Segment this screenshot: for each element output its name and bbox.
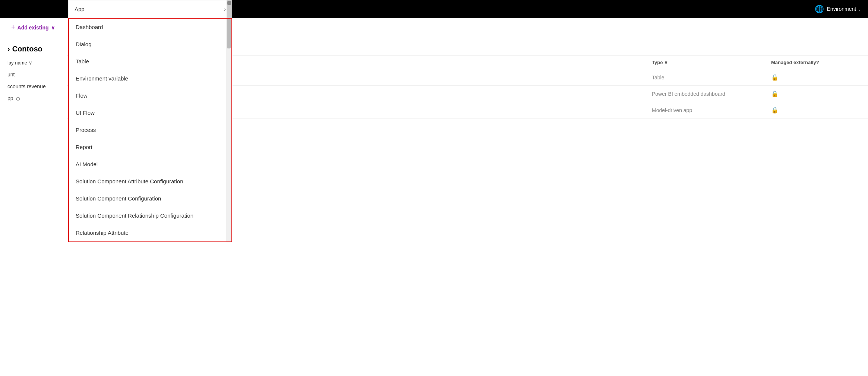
- dropdown-item-report[interactable]: Report: [69, 139, 231, 156]
- type-col-label: Type: [652, 60, 663, 65]
- dropdown-item-label: Dialog: [76, 41, 92, 47]
- app-menu-header[interactable]: App ›: [68, 0, 232, 18]
- contoso-section[interactable]: › Contoso: [0, 41, 67, 57]
- sidebar-item-account[interactable]: unt: [0, 69, 67, 80]
- add-existing-button[interactable]: + Add existing ∨: [7, 21, 59, 34]
- environment-label: Environment: [827, 6, 856, 12]
- dropdown-item-ui-flow[interactable]: UI Flow: [69, 104, 231, 121]
- globe-icon: 🌐: [815, 4, 824, 13]
- dropdown-item-dialog[interactable]: Dialog: [69, 36, 231, 53]
- row-managed: 🔒: [771, 74, 861, 81]
- col-type[interactable]: Type ∨: [652, 60, 771, 65]
- dropdown-item-environment-variable[interactable]: Environment variable: [69, 70, 231, 87]
- dropdown-item-solution-attr-config[interactable]: Solution Component Attribute Configurati…: [69, 173, 231, 190]
- dropdown-item-label: Solution Component Relationship Configur…: [76, 212, 193, 219]
- row-type: Table: [652, 75, 771, 80]
- chevron-down-icon: ∨: [29, 60, 32, 66]
- dropdown-item-solution-config[interactable]: Solution Component Configuration: [69, 190, 231, 207]
- chevron-down-icon: ∨: [51, 25, 55, 31]
- sidebar-item-app[interactable]: pp ⬡: [0, 92, 67, 104]
- dropdown-item-label: UI Flow: [76, 110, 95, 116]
- contoso-chevron-icon: ›: [7, 45, 10, 53]
- col-managed: Managed externally?: [771, 60, 861, 65]
- lock-icon: 🔒: [771, 107, 779, 114]
- managed-col-label: Managed externally?: [771, 60, 819, 65]
- contoso-label-text: Contoso: [12, 45, 42, 53]
- dropdown-item-label: AI Model: [76, 161, 98, 167]
- environment-dot: .: [859, 6, 861, 12]
- dropdown-item-dashboard[interactable]: Dashboard: [69, 19, 231, 36]
- row-type: Power BI embedded dashboard: [652, 91, 771, 97]
- dropdown-item-relationship-attr[interactable]: Relationship Attribute: [69, 224, 231, 241]
- sidebar-item-label: pp: [7, 95, 13, 101]
- dropdown-item-label: Relationship Attribute: [76, 230, 129, 236]
- dropdown-item-label: Flow: [76, 92, 88, 99]
- row-managed: 🔒: [771, 90, 861, 97]
- environment-area: 🌐 Environment .: [815, 4, 861, 13]
- dropdown-item-label: Environment variable: [76, 75, 128, 82]
- sidebar-item-label: unt: [7, 72, 15, 78]
- plus-icon: +: [11, 23, 15, 31]
- dropdown-list: Dashboard Dialog Table Environment varia…: [68, 18, 232, 242]
- display-name-text: lay name: [7, 60, 27, 66]
- dropdown-item-solution-rel-config[interactable]: Solution Component Relationship Configur…: [69, 207, 231, 224]
- sidebar: › Contoso lay name ∨ unt ccounts revenue…: [0, 37, 67, 376]
- dropdown-item-label: Table: [76, 58, 89, 64]
- lock-icon: 🔒: [771, 90, 779, 97]
- row-type: Model-driven app: [652, 107, 771, 113]
- dropdown-item-label: Dashboard: [76, 24, 103, 30]
- sidebar-item-label: ccounts revenue: [7, 83, 46, 89]
- app-menu-header-text: App: [75, 6, 85, 12]
- dropdown-item-process[interactable]: Process: [69, 121, 231, 139]
- dropdown-item-label: Solution Component Attribute Configurati…: [76, 178, 183, 184]
- dropdown-item-flow[interactable]: Flow: [69, 87, 231, 104]
- lock-icon: 🔒: [771, 74, 779, 81]
- add-existing-label: Add existing: [18, 25, 49, 31]
- dropdown-item-ai-model[interactable]: AI Model: [69, 156, 231, 173]
- dropdown-item-table[interactable]: Table: [69, 53, 231, 70]
- sidebar-item-accounts-revenue[interactable]: ccounts revenue: [0, 80, 67, 92]
- chevron-down-icon: ∨: [664, 60, 668, 65]
- dropdown-item-label: Process: [76, 127, 96, 133]
- dropdown-item-label: Solution Component Configuration: [76, 195, 161, 202]
- dropdown-item-label: Report: [76, 144, 92, 150]
- display-name-header[interactable]: lay name ∨: [0, 57, 67, 69]
- chevron-right-icon: ›: [224, 6, 226, 12]
- row-managed: 🔒: [771, 107, 861, 114]
- external-link-icon: ⬡: [16, 96, 20, 101]
